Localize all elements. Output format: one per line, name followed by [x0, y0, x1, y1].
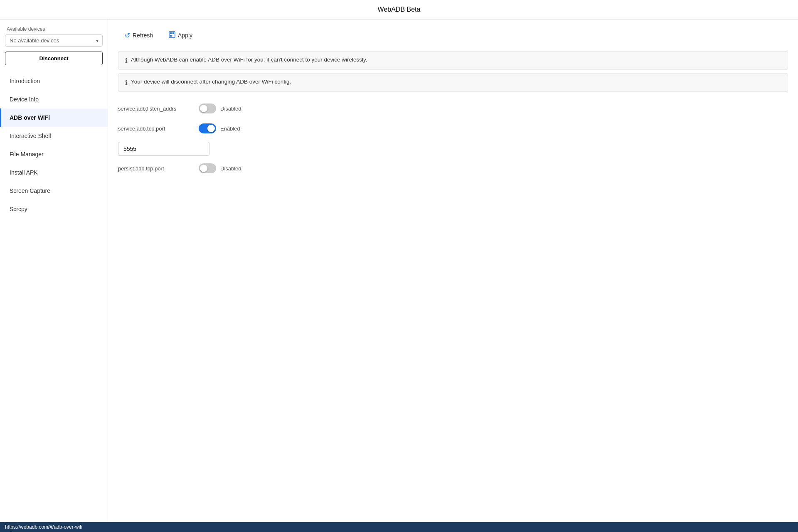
device-select-wrapper: No available devices ▾: [5, 34, 103, 47]
sidebar-item-interactive-shell[interactable]: Interactive Shell: [0, 127, 108, 145]
sidebar-nav: IntroductionDevice InfoADB over WiFiInte…: [0, 72, 108, 218]
toolbar: ↺ Refresh Apply: [118, 28, 788, 43]
svg-rect-1: [170, 32, 172, 34]
apply-label: Apply: [178, 32, 192, 39]
svg-rect-3: [170, 35, 172, 37]
tcp-port-slider: [199, 123, 216, 133]
tcp-port-label: service.adb.tcp.port: [118, 126, 193, 132]
setting-tcp-port-row: service.adb.tcp.port Enabled: [118, 118, 788, 138]
listen-addrs-toggle-wrapper: Disabled: [199, 103, 241, 113]
status-bar-url: https://webadb.com/#/adb-over-wifi: [5, 524, 82, 530]
status-bar: https://webadb.com/#/adb-over-wifi: [0, 522, 798, 532]
tcp-port-toggle[interactable]: [199, 123, 216, 133]
disconnect-button[interactable]: Disconnect: [5, 52, 103, 65]
devices-label: Available devices: [0, 25, 108, 34]
sidebar-item-introduction[interactable]: Introduction: [0, 72, 108, 90]
persist-tcp-port-toggle[interactable]: [199, 163, 216, 173]
app-title: WebADB Beta: [0, 0, 798, 20]
info-banner-disconnect-text: Your device will disconnect after changi…: [131, 79, 291, 85]
setting-persist-tcp-port: persist.adb.tcp.port Disabled: [118, 158, 788, 178]
sidebar: Available devices No available devices ▾…: [0, 20, 108, 522]
listen-addrs-status: Disabled: [220, 106, 241, 112]
title-text: WebADB Beta: [378, 6, 421, 13]
info-icon-disconnect: ℹ: [125, 79, 128, 86]
sidebar-item-screen-capture[interactable]: Screen Capture: [0, 182, 108, 200]
sidebar-item-install-apk[interactable]: Install APK: [0, 163, 108, 182]
settings-section: service.adb.listen_addrs Disabled servic…: [118, 99, 788, 178]
persist-tcp-port-slider: [199, 163, 216, 173]
persist-tcp-port-status: Disabled: [220, 165, 241, 172]
setting-listen-addrs: service.adb.listen_addrs Disabled: [118, 99, 788, 118]
tcp-port-status: Enabled: [220, 126, 240, 132]
port-input[interactable]: [118, 142, 209, 156]
main-content: ↺ Refresh Apply ℹ Although WebADB can en…: [108, 20, 798, 522]
persist-tcp-port-toggle-wrapper: Disabled: [199, 163, 241, 173]
listen-addrs-toggle[interactable]: [199, 103, 216, 113]
apply-button[interactable]: Apply: [162, 28, 199, 43]
apply-icon: [169, 31, 175, 39]
refresh-icon: ↺: [125, 32, 130, 39]
persist-tcp-port-label: persist.adb.tcp.port: [118, 165, 193, 172]
sidebar-item-adb-over-wifi[interactable]: ADB over WiFi: [0, 108, 108, 127]
refresh-label: Refresh: [133, 32, 153, 39]
listen-addrs-label: service.adb.listen_addrs: [118, 106, 193, 112]
info-banner-wifi: ℹ Although WebADB can enable ADB over Wi…: [118, 51, 788, 70]
info-icon-wifi: ℹ: [125, 57, 128, 64]
refresh-button[interactable]: ↺ Refresh: [118, 28, 160, 43]
setting-tcp-port: service.adb.tcp.port Enabled: [118, 118, 788, 156]
sidebar-item-device-info[interactable]: Device Info: [0, 90, 108, 108]
info-banner-wifi-text: Although WebADB can enable ADB over WiFi…: [131, 57, 367, 63]
tcp-port-toggle-wrapper: Enabled: [199, 123, 240, 133]
sidebar-item-scrcpy[interactable]: Scrcpy: [0, 200, 108, 218]
sidebar-item-file-manager[interactable]: File Manager: [0, 145, 108, 163]
info-banner-disconnect: ℹ Your device will disconnect after chan…: [118, 73, 788, 92]
svg-rect-2: [172, 32, 174, 34]
device-select[interactable]: No available devices: [5, 34, 103, 47]
listen-addrs-slider: [199, 103, 216, 113]
